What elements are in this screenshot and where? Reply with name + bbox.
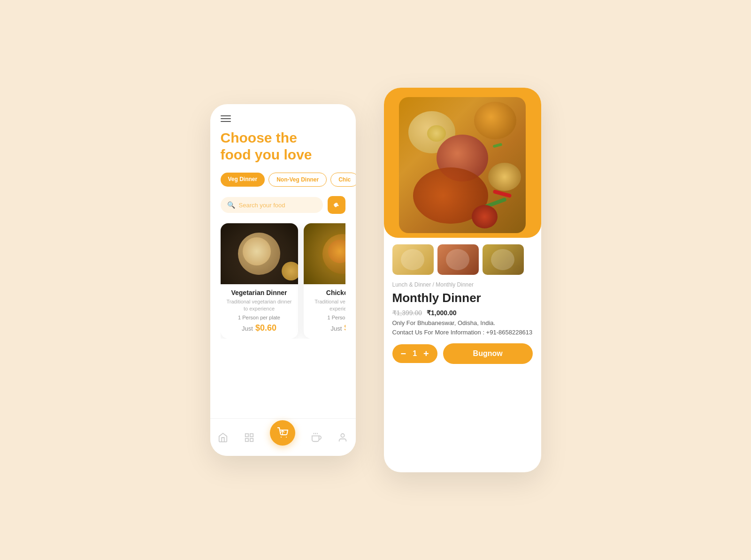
thumb-1[interactable] bbox=[392, 244, 434, 275]
veg-roti-visual bbox=[282, 262, 298, 280]
cart-center-button[interactable] bbox=[270, 420, 295, 446]
location-text: Only For Bhubaneswar, Odisha, India. bbox=[392, 319, 533, 326]
food-card-chicken[interactable]: Chicken K Traditional vegetarian to expe… bbox=[304, 223, 345, 339]
tab-non-veg-dinner[interactable]: Non-Veg Dinner bbox=[268, 173, 327, 187]
svg-rect-3 bbox=[250, 433, 253, 436]
nav-icon-home[interactable] bbox=[218, 432, 228, 443]
search-bar[interactable]: 🔍 Search your food bbox=[221, 197, 323, 213]
search-row: 🔍 Search your food bbox=[221, 196, 345, 214]
hero-food-image bbox=[399, 97, 526, 233]
food-card-vegetarian[interactable]: Vegetarian Dinner Traditional vegetarian… bbox=[221, 223, 298, 339]
chicken-food-image bbox=[304, 223, 345, 284]
user-icon bbox=[337, 432, 348, 443]
price-original: ₹1,399.00 bbox=[392, 309, 422, 317]
thumb-bowl-1 bbox=[401, 249, 424, 270]
thumb-3[interactable] bbox=[483, 244, 524, 275]
card-serving-veg: 1 Person per plate bbox=[226, 315, 292, 320]
tab-veg-dinner[interactable]: Veg Dinner bbox=[221, 173, 265, 187]
hero-title: Choose the food you love bbox=[221, 129, 345, 163]
extra-curry-visual bbox=[472, 205, 498, 228]
svg-rect-4 bbox=[245, 438, 248, 441]
food-cards-list: Vegetarian Dinner Traditional vegetarian… bbox=[221, 223, 345, 339]
extra-bowl-visual bbox=[488, 163, 521, 191]
card-price-veg: Just $0.60 bbox=[226, 323, 292, 333]
leaf-visual bbox=[493, 143, 503, 148]
svg-point-1 bbox=[337, 205, 338, 206]
filter-icon-button[interactable] bbox=[328, 196, 345, 214]
filter-tabs: Veg Dinner Non-Veg Dinner Chic bbox=[221, 173, 345, 187]
buy-now-button[interactable]: Bugnow bbox=[443, 343, 533, 364]
tab-chic[interactable]: Chic bbox=[330, 173, 355, 187]
left-phone: Choose the food you love Veg Dinner Non-… bbox=[210, 104, 356, 456]
veg-bowl-visual bbox=[238, 233, 280, 275]
card-desc-chicken: Traditional vegetarian to experience bbox=[309, 298, 345, 313]
thumb-bowl-3 bbox=[491, 249, 514, 270]
bottom-nav bbox=[210, 418, 356, 456]
quantity-control: − 1 + bbox=[392, 344, 437, 363]
action-row: − 1 + Bugnow bbox=[392, 343, 533, 364]
card-serving-chicken: 1 Person per bbox=[309, 315, 345, 320]
right-phone: Lunch & Dinner / Monthly Dinner Monthly … bbox=[384, 88, 541, 472]
grid-icon bbox=[244, 432, 254, 443]
coffee-icon bbox=[311, 432, 322, 443]
home-icon bbox=[218, 432, 228, 443]
card-price-chicken: Just $1 bbox=[309, 323, 345, 333]
svg-point-11 bbox=[341, 433, 344, 437]
product-title: Monthly Dinner bbox=[392, 291, 533, 305]
svg-rect-5 bbox=[250, 438, 253, 441]
thumb-bowl-2 bbox=[446, 249, 469, 270]
extra-highlight-visual bbox=[427, 125, 446, 142]
price-sale: ₹1,000.00 bbox=[427, 309, 457, 317]
cart-icon bbox=[277, 427, 288, 439]
qty-minus-button[interactable]: − bbox=[401, 349, 406, 358]
search-placeholder-text: Search your food bbox=[239, 202, 285, 209]
hamburger-menu[interactable] bbox=[221, 115, 231, 122]
thumb-2[interactable] bbox=[437, 244, 479, 275]
right-hero bbox=[384, 88, 541, 238]
svg-point-7 bbox=[286, 437, 287, 438]
nav-icon-user[interactable] bbox=[337, 432, 348, 443]
chicken-bowl-visual bbox=[322, 234, 345, 274]
contact-text: Contact Us For More Information : +91-86… bbox=[392, 329, 533, 336]
svg-point-6 bbox=[281, 437, 282, 438]
breadcrumb: Lunch & Dinner / Monthly Dinner bbox=[392, 281, 533, 288]
right-product-content: Lunch & Dinner / Monthly Dinner Monthly … bbox=[384, 238, 541, 472]
vegetarian-food-image bbox=[221, 223, 298, 284]
card-desc-veg: Traditional vegetarian dinner to experie… bbox=[226, 298, 292, 313]
qty-plus-button[interactable]: + bbox=[423, 349, 429, 358]
nav-icon-grid[interactable] bbox=[244, 432, 254, 443]
quantity-value: 1 bbox=[413, 349, 417, 358]
svg-point-0 bbox=[335, 204, 336, 205]
nav-icon-coffee[interactable] bbox=[311, 432, 322, 443]
bowl-visual-3 bbox=[474, 102, 516, 139]
card-title-chicken: Chicken K bbox=[309, 289, 345, 296]
thumbnail-row bbox=[392, 244, 533, 275]
indian-food-visual bbox=[399, 97, 526, 233]
wave-icon bbox=[332, 200, 341, 210]
search-icon: 🔍 bbox=[227, 201, 235, 209]
card-title-veg: Vegetarian Dinner bbox=[226, 289, 292, 296]
svg-rect-2 bbox=[245, 433, 248, 436]
price-row: ₹1,399.00 ₹1,000.00 bbox=[392, 309, 533, 317]
